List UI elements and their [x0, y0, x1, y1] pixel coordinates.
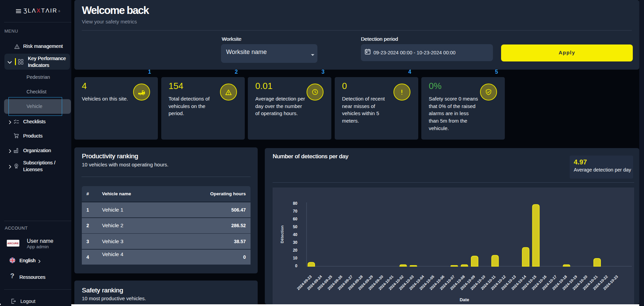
svg-text:70: 70	[293, 209, 298, 214]
svg-text:20: 20	[293, 248, 298, 253]
svg-text:50: 50	[293, 224, 298, 229]
svg-text:40: 40	[293, 232, 298, 237]
svg-text:Détection: Détection	[280, 226, 284, 243]
svg-text:10: 10	[293, 256, 298, 260]
svg-text:30: 30	[293, 240, 298, 245]
svg-text:Date: Date	[460, 297, 469, 302]
svg-text:60: 60	[293, 217, 298, 221]
svg-text:0: 0	[295, 264, 297, 268]
svg-text:80: 80	[293, 201, 298, 206]
